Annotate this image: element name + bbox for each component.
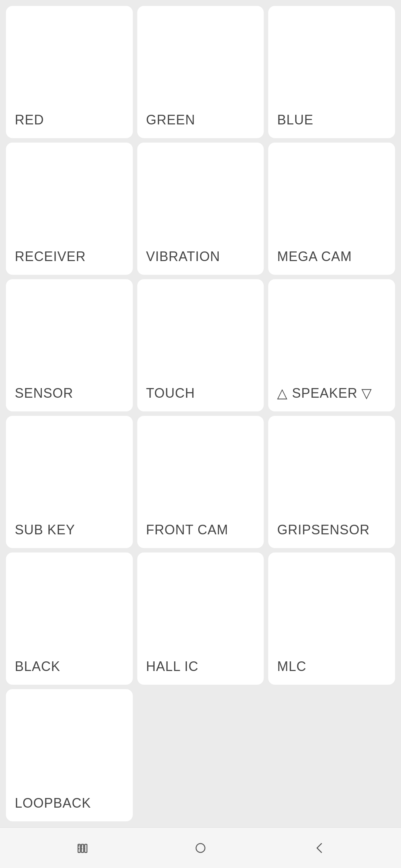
grid-item-gripsensor[interactable]: GRIPSENSOR [268,416,395,548]
grid-item-label-front-cam: FRONT CAM [146,522,228,538]
grid-item-loopback[interactable]: LOOPBACK [6,689,133,821]
grid-item-label-touch: TOUCH [146,385,195,401]
grid-item-mega-cam[interactable]: MEGA CAM [268,143,395,275]
grid-item-label-green: GREEN [146,112,195,128]
grid-item-front-cam[interactable]: FRONT CAM [137,416,264,548]
grid-item-label-red: RED [15,112,44,128]
grid-item-label-receiver: RECEIVER [15,248,86,264]
grid-item-green[interactable]: GREEN [137,6,264,138]
grid-item-empty1 [137,689,264,821]
grid-item-label-sensor: SENSOR [15,385,73,401]
test-grid: REDGREENBLUERECEIVERVIBRATIONMEGA CAMSEN… [0,0,401,827]
grid-item-speaker[interactable]: △ SPEAKER ▽ [268,279,395,411]
grid-item-label-mega-cam: MEGA CAM [277,248,352,264]
grid-item-sensor[interactable]: SENSOR [6,279,133,411]
grid-item-hall-ic[interactable]: HALL IC [137,552,264,685]
grid-item-touch[interactable]: TOUCH [137,279,264,411]
grid-item-empty2 [268,689,395,821]
grid-item-label-blue: BLUE [277,112,313,128]
grid-item-label-loopback: LOOPBACK [15,795,91,811]
grid-item-black[interactable]: BLACK [6,552,133,685]
grid-item-sub-key[interactable]: SUB KEY [6,416,133,548]
recent-apps-button[interactable] [67,837,97,859]
svg-rect-9 [196,844,205,852]
grid-item-label-gripsensor: GRIPSENSOR [277,522,370,538]
grid-item-label-hall-ic: HALL IC [146,658,199,674]
grid-item-blue[interactable]: BLUE [268,6,395,138]
grid-item-receiver[interactable]: RECEIVER [6,143,133,275]
grid-item-label-black: BLACK [15,658,60,674]
svg-rect-8 [85,844,87,852]
grid-item-label-mlc: MLC [277,658,306,674]
navigation-bar [0,827,401,868]
svg-rect-7 [81,844,84,852]
grid-item-label-speaker: △ SPEAKER ▽ [277,385,372,401]
back-button[interactable] [304,837,334,859]
grid-item-vibration[interactable]: VIBRATION [137,143,264,275]
grid-item-label-sub-key: SUB KEY [15,522,75,538]
home-button[interactable] [186,837,215,859]
grid-item-label-vibration: VIBRATION [146,248,220,264]
grid-item-red[interactable]: RED [6,6,133,138]
grid-item-mlc[interactable]: MLC [268,552,395,685]
